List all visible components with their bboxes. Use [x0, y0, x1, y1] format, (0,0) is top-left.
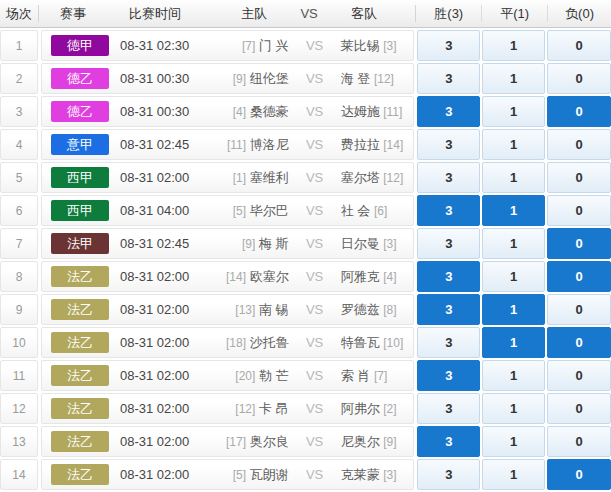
match-number: 12 [0, 393, 38, 424]
odds-lose-cell[interactable]: 0 [547, 327, 611, 358]
match-time: 08-31 02:00 [120, 269, 216, 284]
away-rank: [4] [383, 270, 396, 284]
table-row: 13 法乙 08-31 02:00 [17] 奥尔良 VS 尼奥尔 [9] 3 … [0, 426, 611, 457]
home-team: [9] 梅 斯 [216, 235, 289, 253]
home-rank: [13] [235, 303, 255, 317]
odds-lose-cell[interactable]: 0 [547, 162, 611, 193]
match-info: 法乙 08-31 02:00 [18] 沙托鲁 VS 特鲁瓦 [10] [41, 327, 414, 358]
odds-draw-cell[interactable]: 1 [482, 426, 545, 457]
col-header-away: 客队 [335, 5, 415, 22]
odds-draw-cell[interactable]: 1 [482, 261, 545, 292]
away-team: 克莱蒙 [3] [341, 466, 414, 484]
match-info: 法乙 08-31 02:00 [13] 南 锡 VS 罗德兹 [8] [41, 294, 414, 325]
vs-label: VS [289, 71, 341, 86]
match-number: 8 [0, 261, 38, 292]
match-time: 08-31 00:30 [120, 104, 216, 119]
home-team: [17] 奥尔良 [216, 433, 289, 451]
col-header-win: 胜(3) [416, 5, 482, 22]
home-rank: [12] [235, 402, 255, 416]
odds-lose-cell[interactable]: 0 [547, 63, 611, 94]
odds-draw-cell[interactable]: 1 [482, 195, 545, 226]
match-odds-table: 场次 赛事 比赛时间 主队 VS 客队 胜(3) 平(1) 负(0) 1 德甲 … [0, 0, 611, 490]
home-team-name: 南 锡 [259, 302, 289, 317]
odds-lose-cell[interactable]: 0 [547, 228, 611, 259]
home-rank: [9] [242, 237, 255, 251]
table-row: 11 法乙 08-31 02:00 [20] 勒 芒 VS 索 肖 [7] 3 … [0, 360, 611, 391]
odds-lose-cell[interactable]: 0 [547, 30, 611, 61]
odds-win-cell[interactable]: 3 [417, 129, 480, 160]
league-badge: 法乙 [51, 398, 109, 419]
match-info: 法甲 08-31 02:45 [9] 梅 斯 VS 日尔曼 [3] [41, 228, 414, 259]
odds-win-cell[interactable]: 3 [417, 360, 480, 391]
odds-lose-cell[interactable]: 0 [547, 129, 611, 160]
away-rank: [3] [383, 237, 396, 251]
home-rank: [20] [235, 369, 255, 383]
match-number: 6 [0, 195, 38, 226]
table-row: 1 德甲 08-31 02:30 [7] 门 兴 VS 莱比锡 [3] 3 1 … [0, 30, 611, 61]
league-badge: 法甲 [51, 233, 109, 254]
home-team: [11] 博洛尼 [216, 136, 289, 154]
home-team-name: 沙托鲁 [250, 335, 289, 350]
odds-draw-cell[interactable]: 1 [482, 459, 545, 490]
table-row: 3 德乙 08-31 00:30 [4] 桑德豪 VS 达姆施 [11] 3 1… [0, 96, 611, 127]
away-team: 阿雅克 [4] [341, 268, 414, 286]
odds-draw-cell[interactable]: 1 [482, 63, 545, 94]
match-time: 08-31 02:45 [120, 137, 216, 152]
away-team: 达姆施 [11] [341, 103, 414, 121]
vs-label: VS [289, 335, 341, 350]
away-rank: [12] [383, 171, 403, 185]
odds-win-cell[interactable]: 3 [417, 426, 480, 457]
away-team-name: 海 登 [341, 71, 371, 86]
odds-draw-cell[interactable]: 1 [482, 228, 545, 259]
odds-win-cell[interactable]: 3 [417, 393, 480, 424]
vs-label: VS [289, 434, 341, 449]
odds-win-cell[interactable]: 3 [417, 195, 480, 226]
odds-draw-cell[interactable]: 1 [482, 360, 545, 391]
odds-draw-cell[interactable]: 1 [482, 294, 545, 325]
away-team-name: 尼奥尔 [341, 434, 380, 449]
odds-draw-cell[interactable]: 1 [482, 162, 545, 193]
odds-win-cell[interactable]: 3 [417, 294, 480, 325]
home-rank: [4] [233, 105, 246, 119]
odds-win-cell[interactable]: 3 [417, 261, 480, 292]
home-team-name: 瓦朗谢 [250, 467, 289, 482]
table-row: 12 法乙 08-31 02:00 [12] 卡 昂 VS 阿弗尔 [2] 3 … [0, 393, 611, 424]
home-team-name: 塞维利 [250, 170, 289, 185]
table-header: 场次 赛事 比赛时间 主队 VS 客队 胜(3) 平(1) 负(0) [0, 0, 611, 28]
odds-win-cell[interactable]: 3 [417, 96, 480, 127]
odds-win-cell[interactable]: 3 [417, 327, 480, 358]
odds-draw-cell[interactable]: 1 [482, 30, 545, 61]
odds-lose-cell[interactable]: 0 [547, 426, 611, 457]
away-team-name: 阿弗尔 [341, 401, 380, 416]
table-row: 4 意甲 08-31 02:45 [11] 博洛尼 VS 费拉拉 [14] 3 … [0, 129, 611, 160]
odds-lose-cell[interactable]: 0 [547, 96, 611, 127]
odds-win-cell[interactable]: 3 [417, 162, 480, 193]
match-time: 08-31 02:45 [120, 236, 216, 251]
match-time: 08-31 02:00 [120, 467, 216, 482]
away-team: 阿弗尔 [2] [341, 400, 414, 418]
match-number: 13 [0, 426, 38, 457]
odds-win-cell[interactable]: 3 [417, 459, 480, 490]
home-team-name: 毕尔巴 [250, 203, 289, 218]
odds-lose-cell[interactable]: 0 [547, 195, 611, 226]
match-number: 14 [0, 459, 38, 490]
odds-lose-cell[interactable]: 0 [547, 360, 611, 391]
odds-draw-cell[interactable]: 1 [482, 96, 545, 127]
odds-draw-cell[interactable]: 1 [482, 393, 545, 424]
odds-lose-cell[interactable]: 0 [547, 294, 611, 325]
odds-lose-cell[interactable]: 0 [547, 261, 611, 292]
odds-draw-cell[interactable]: 1 [482, 327, 545, 358]
col-header-draw: 平(1) [482, 5, 548, 22]
odds-lose-cell[interactable]: 0 [547, 393, 611, 424]
odds-win-cell[interactable]: 3 [417, 63, 480, 94]
odds-win-cell[interactable]: 3 [417, 30, 480, 61]
odds-lose-cell[interactable]: 0 [547, 459, 611, 490]
odds-draw-cell[interactable]: 1 [482, 129, 545, 160]
league-badge: 法乙 [51, 365, 109, 386]
away-team-name: 克莱蒙 [341, 467, 380, 482]
home-team: [20] 勒 芒 [216, 367, 289, 385]
away-rank: [7] [374, 369, 387, 383]
odds-win-cell[interactable]: 3 [417, 228, 480, 259]
away-rank: [12] [374, 72, 394, 86]
home-team: [4] 桑德豪 [216, 103, 289, 121]
